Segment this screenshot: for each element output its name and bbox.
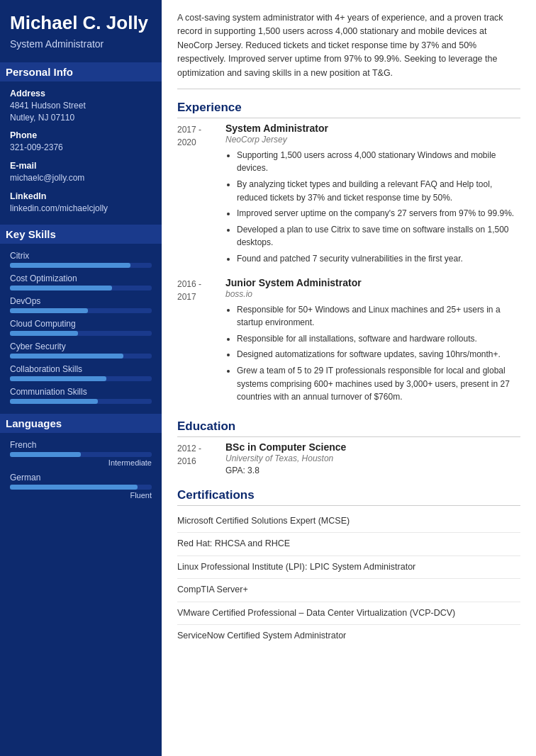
certification-item: Red Hat: RHCSA and RHCE — [177, 533, 520, 556]
email-value: michaelc@jolly.com — [10, 172, 152, 184]
skill-bar-bg — [10, 376, 152, 381]
skill-bar-bg — [10, 399, 152, 404]
address-label: Address — [10, 89, 152, 98]
address-value: 4841 Hudson StreetNutley, NJ 07110 — [10, 100, 152, 124]
skill-bar-fill — [10, 354, 123, 359]
job-dates: 2016 -2017 — [177, 277, 225, 407]
job-company: boss.io — [225, 289, 520, 299]
resume-container: Michael C. Jolly System Administrator Pe… — [0, 0, 536, 756]
certifications-heading: Certifications — [177, 488, 520, 506]
sidebar: Michael C. Jolly System Administrator Pe… — [0, 0, 162, 756]
language-level: Fluent — [10, 491, 152, 500]
skill-bar-fill — [10, 263, 130, 268]
job-bullet: Designed automatizations for software up… — [237, 348, 520, 361]
phone-value: 321-009-2376 — [10, 142, 152, 154]
skill-bar-bg — [10, 331, 152, 336]
skill-bar-fill — [10, 308, 88, 313]
edu-dates: 2012 -2016 — [177, 441, 225, 475]
language-bar-bg — [10, 485, 152, 490]
job-content: Junior System Administratorboss.ioRespon… — [225, 277, 520, 407]
job-entry: 2017 -2020System AdministratorNeoCorp Je… — [177, 123, 520, 269]
phone-label: Phone — [10, 130, 152, 140]
skill-name: Citrix — [10, 251, 152, 261]
certification-item: Linux Professional Institute (LPI): LPIC… — [177, 556, 520, 580]
job-bullet: Supporting 1,500 users across 4,000 stat… — [237, 149, 520, 175]
certifications-section: Certifications Microsoft Certified Solut… — [177, 488, 520, 648]
skill-bar-bg — [10, 308, 152, 313]
skill-name: Cost Optimization — [10, 273, 152, 283]
language-level: Intermediate — [10, 458, 152, 467]
language-name: German — [10, 473, 152, 483]
languages-list: FrenchIntermediateGermanFluent — [10, 440, 152, 500]
skill-name: Collaboration Skills — [10, 364, 152, 374]
email-label: E-mail — [10, 161, 152, 171]
experience-heading: Experience — [177, 101, 520, 118]
edu-gpa: GPA: 3.8 — [225, 466, 520, 475]
edu-content: BSc in Computer ScienceUniversity of Tex… — [225, 441, 520, 475]
skill-name: Communiation Skills — [10, 387, 152, 397]
skill-bar-fill — [10, 399, 98, 404]
edu-degree: BSc in Computer Science — [225, 441, 520, 453]
linkedin-label: LinkedIn — [10, 191, 152, 201]
language-name: French — [10, 440, 152, 450]
language-bar-bg — [10, 452, 152, 457]
job-company: NeoCorp Jersey — [225, 135, 520, 145]
certification-item: ServiceNow Certified System Administrato… — [177, 625, 520, 648]
certification-item: CompTIA Server+ — [177, 579, 520, 602]
job-dates: 2017 -2020 — [177, 123, 225, 269]
certification-item: Microsoft Certified Solutions Expert (MC… — [177, 510, 520, 534]
languages-heading: Languages — [0, 414, 162, 433]
skill-name: DevOps — [10, 296, 152, 306]
skill-bar-fill — [10, 331, 78, 336]
job-bullet: Grew a team of 5 to 29 IT professionals … — [237, 364, 520, 404]
skills-heading: Key Skills — [0, 225, 162, 244]
skill-name: Cyber Security — [10, 342, 152, 351]
job-entry: 2016 -2017Junior System Administratorbos… — [177, 277, 520, 407]
skill-name: Cloud Computing — [10, 319, 152, 329]
skill-bar-fill — [10, 376, 106, 381]
education-list: 2012 -2016BSc in Computer ScienceUnivers… — [177, 441, 520, 475]
job-bullet: Improved server uptime on the company's … — [237, 207, 520, 220]
skills-list: CitrixCost OptimizationDevOpsCloud Compu… — [10, 251, 152, 404]
education-entry: 2012 -2016BSc in Computer ScienceUnivers… — [177, 441, 520, 475]
candidate-name: Michael C. Jolly — [10, 13, 152, 34]
certifications-list: Microsoft Certified Solutions Expert (MC… — [177, 510, 520, 648]
job-bullet: Responsible for all installations, softw… — [237, 332, 520, 346]
job-bullet: By analyzing ticket types and building a… — [237, 178, 520, 204]
job-bullets: Supporting 1,500 users across 4,000 stat… — [225, 149, 520, 266]
main-content: A cost-saving system administrator with … — [162, 0, 536, 756]
edu-school: University of Texas, Houston — [225, 453, 520, 463]
skill-bar-fill — [10, 286, 112, 290]
job-bullet: Found and patched 7 security vulnerabili… — [237, 252, 520, 266]
language-bar-fill — [10, 485, 138, 490]
candidate-title: System Administrator — [10, 38, 152, 50]
education-section: Education 2012 -2016BSc in Computer Scie… — [177, 419, 520, 475]
job-bullets: Responsible for 50+ Windows and Linux ma… — [225, 303, 520, 404]
job-bullet: Responsible for 50+ Windows and Linux ma… — [237, 303, 520, 329]
personal-info-heading: Personal Info — [0, 62, 162, 81]
job-title: System Administrator — [225, 123, 520, 134]
skill-bar-bg — [10, 354, 152, 359]
jobs-list: 2017 -2020System AdministratorNeoCorp Je… — [177, 123, 520, 407]
job-title: Junior System Administrator — [225, 277, 520, 288]
language-bar-fill — [10, 452, 81, 457]
certification-item: VMware Certified Professional – Data Cen… — [177, 602, 520, 626]
summary-text: A cost-saving system administrator with … — [177, 11, 520, 89]
job-bullet: Developed a plan to use Citrix to save t… — [237, 223, 520, 249]
job-content: System AdministratorNeoCorp JerseySuppor… — [225, 123, 520, 269]
experience-section: Experience 2017 -2020System Administrato… — [177, 101, 520, 407]
skill-bar-bg — [10, 263, 152, 268]
linkedin-value: linkedin.com/michaelcjolly — [10, 203, 152, 215]
education-heading: Education — [177, 419, 520, 437]
skill-bar-bg — [10, 286, 152, 290]
